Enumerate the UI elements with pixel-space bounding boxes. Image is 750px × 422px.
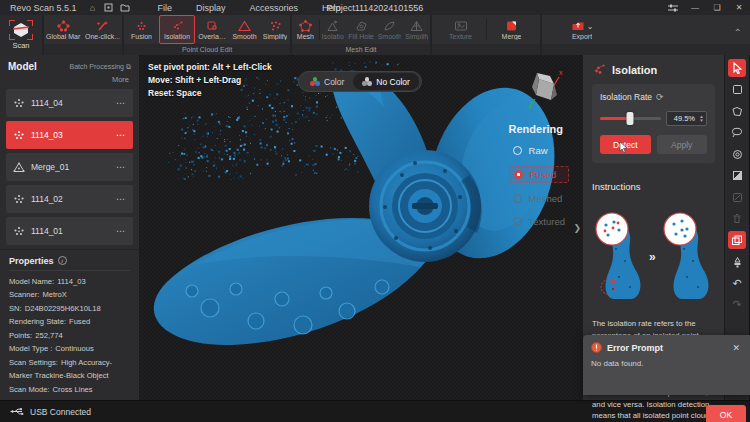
rendering-option-fused-selected[interactable]: Fused	[509, 166, 569, 183]
item-menu-icon[interactable]: ⋯	[116, 194, 126, 204]
point-cloud-edit-group: Fusion Isolation Overla… Smooth Simplify	[124, 15, 290, 55]
item-menu-icon[interactable]: ⋯	[116, 162, 126, 172]
color-option[interactable]: Color	[301, 73, 353, 90]
merge-label: Merge	[502, 33, 522, 40]
mesh-smooth-icon	[383, 20, 396, 32]
model-item-1114_01[interactable]: 1114_01 ⋯	[6, 217, 133, 245]
no-color-option-selected[interactable]: No Color	[353, 73, 419, 90]
close-button[interactable]: ✕	[728, 0, 750, 15]
undo-button[interactable]: ↶	[728, 274, 746, 292]
overlap-label: Overla…	[198, 33, 226, 40]
item-menu-icon[interactable]: ⋯	[116, 226, 126, 236]
alignment-group-label	[44, 44, 122, 55]
fusion-button[interactable]: Fusion	[124, 15, 159, 44]
isolation-selection-button[interactable]	[728, 231, 746, 249]
trash-icon	[732, 213, 742, 224]
global-markers-button[interactable]: Global Mar…	[44, 15, 83, 44]
model-item-1114_02[interactable]: 1114_02 ⋯	[6, 185, 133, 213]
export-button[interactable]: ⌄ Export	[558, 15, 606, 44]
lasso-select-button[interactable]	[728, 124, 746, 142]
toast-title: Error Prompt	[607, 343, 725, 353]
isolation-rate-slider[interactable]	[600, 117, 661, 120]
polygon-select-icon	[731, 106, 743, 117]
mesh-button[interactable]: Mesh	[292, 15, 319, 44]
pc-simplify-button[interactable]: Simplify	[260, 15, 290, 44]
fill-brush-button[interactable]	[728, 253, 746, 271]
isolation-label: Isolation	[164, 33, 190, 40]
select-visible-icon	[732, 192, 743, 203]
mesh-isolation-button: Isolation	[320, 15, 347, 44]
pc-simplify-icon	[269, 20, 282, 32]
axis-x-label: x	[559, 69, 563, 76]
rectangle-select-button[interactable]	[728, 81, 746, 99]
item-menu-icon[interactable]: ⋯	[116, 98, 126, 108]
model-item-name: 1114_04	[31, 98, 110, 108]
isolation-icon	[171, 20, 184, 32]
scan-button[interactable]: Scan	[0, 15, 42, 55]
toolbar-collapse-icon[interactable]: ⌃	[734, 27, 742, 38]
layout-settings-icon[interactable]	[662, 0, 684, 15]
circle-select-button[interactable]	[728, 145, 746, 163]
menu-display[interactable]: Display	[185, 0, 237, 15]
menu-file[interactable]: File	[147, 0, 184, 15]
mesh-simplify-label: Simplify	[405, 33, 428, 40]
revo-scan-window: Revo Scan 5.5.1 ⌂ File Display Accessori…	[0, 0, 750, 422]
isolation-rate-input[interactable]: 49.5% ▲ ▼	[666, 111, 707, 126]
merge-button[interactable]: Merge	[487, 15, 537, 44]
toast-close-icon[interactable]: ✕	[730, 343, 742, 353]
rate-stepper[interactable]: ▲ ▼	[697, 115, 706, 123]
toast-ok-button[interactable]: OK	[706, 405, 746, 422]
properties-info-icon[interactable]: i	[58, 256, 67, 265]
more-button[interactable]: More	[0, 74, 139, 87]
model-item-name: 1114_02	[31, 194, 110, 204]
item-menu-icon[interactable]: ⋯	[116, 130, 126, 140]
overlap-button[interactable]: Overla…	[195, 15, 229, 44]
mesh-smooth-button: Smooth	[376, 15, 404, 44]
fill-holes-button: Fill Holes	[346, 15, 375, 44]
panel-expand-chevron-icon[interactable]: ❯	[573, 223, 581, 233]
mesh-model-icon	[13, 162, 25, 173]
restore-button[interactable]: ❏	[706, 0, 728, 15]
one-click-button[interactable]: One-click…	[83, 15, 122, 44]
model-item-merge_01[interactable]: Merge_01 ⋯	[6, 153, 133, 181]
mesh-label: Mesh	[297, 33, 314, 40]
texture-merge-group: Texture Merge	[432, 15, 540, 55]
navigation-cube[interactable]: x	[523, 67, 565, 119]
texture-merge-group-label	[432, 44, 540, 55]
model-item-1114_04[interactable]: 1114_04 ⋯	[6, 89, 133, 117]
export-label: Export	[572, 33, 592, 40]
minimize-button[interactable]: —	[684, 0, 706, 15]
isolation-slider-handle[interactable]	[627, 112, 634, 125]
menu-accessories[interactable]: Accessories	[239, 0, 310, 15]
menu-help[interactable]: Help	[311, 0, 352, 15]
pc-simplify-label: Simplify	[263, 33, 288, 40]
mesh-edit-group-label: Mesh Edit	[292, 44, 430, 55]
reset-rate-icon[interactable]: ⟳	[656, 92, 664, 102]
invert-selection-button[interactable]	[728, 167, 746, 185]
detect-button[interactable]: Detect	[600, 135, 651, 154]
open-project-icon[interactable]	[117, 2, 133, 14]
new-project-icon[interactable]	[101, 2, 117, 14]
global-markers-label: Global Mar…	[46, 33, 81, 40]
prop-scanner: Scanner:MetroX	[9, 288, 130, 302]
error-icon	[591, 342, 602, 353]
isolation-button-active[interactable]: Isolation	[159, 15, 195, 44]
titlebar: Revo Scan 5.5.1 ⌂ File Display Accessori…	[0, 0, 750, 15]
rendering-option-raw[interactable]: Raw	[509, 143, 569, 158]
select-tool-button[interactable]	[728, 59, 746, 77]
step-down-icon[interactable]: ▼	[699, 119, 703, 123]
home-icon[interactable]: ⌂	[85, 2, 101, 14]
polygon-select-button[interactable]	[728, 102, 746, 120]
model-sidebar: Model Batch Processing ⧉ More 1114_04 ⋯ …	[0, 55, 140, 400]
mesh-icon	[299, 20, 312, 32]
cursor-select-icon	[732, 62, 743, 74]
error-prompt-toast: Error Prompt ✕ No data found. OK	[583, 335, 750, 395]
batch-processing-button[interactable]: Batch Processing ⧉	[70, 63, 131, 71]
overlap-squares-icon	[731, 235, 743, 246]
model-item-1114_03-selected[interactable]: 1114_03 ⋯	[6, 121, 133, 149]
pc-smooth-button[interactable]: Smooth	[229, 15, 260, 44]
3d-viewport[interactable]: Set pivot point: Alt + Left-Click Move: …	[140, 55, 583, 400]
pc-smooth-icon	[238, 20, 251, 32]
prop-scan-settings: Scan Settings:High Accuracy-Marker Track…	[9, 356, 130, 383]
rendering-fused-label: Fused	[530, 169, 556, 180]
